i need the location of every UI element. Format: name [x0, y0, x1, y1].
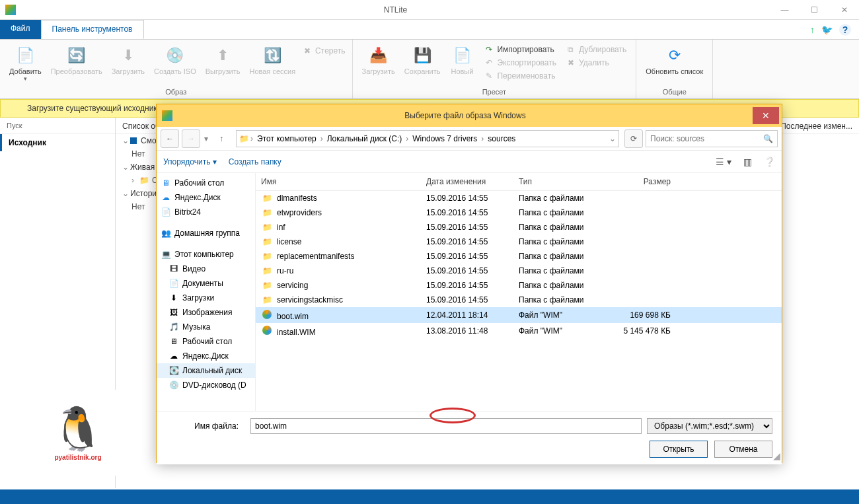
iso-icon: 💿	[165, 45, 186, 66]
download-icon: ⬇	[168, 293, 179, 303]
help-icon[interactable]: ?	[839, 24, 851, 36]
refresh-button[interactable]: ⟳ Обновить список	[642, 42, 707, 78]
nav-tree[interactable]: 🖥Рабочий стол ☁Яндекс.Диск 📄Bitrix24 👥До…	[157, 173, 256, 411]
preview-pane-button[interactable]: ▥	[743, 157, 752, 167]
file-row[interactable]: 📁inf15.09.2016 14:55Папка с файлами	[256, 220, 782, 234]
preset-load-button[interactable]: 📥 Загрузить	[358, 42, 399, 78]
nav-homegroup[interactable]: 👥Домашняя группа	[157, 226, 255, 240]
nav-pictures[interactable]: 🖼Изображения	[157, 305, 255, 320]
tab-file[interactable]: Файл	[0, 20, 41, 39]
upgrade-icon[interactable]: ↑	[810, 24, 815, 35]
folder-icon: 📁	[261, 251, 273, 262]
cancel-button[interactable]: Отмена	[714, 441, 772, 458]
file-date: 15.09.2016 14:55	[426, 252, 519, 261]
minimize-button[interactable]: —	[770, 0, 800, 20]
add-button[interactable]: 📄 Добавить ▾	[5, 42, 46, 85]
help-button[interactable]: ❔	[764, 157, 775, 167]
file-type: Папка с файлами	[519, 223, 605, 232]
col-size[interactable]: Размер	[605, 177, 671, 186]
file-row[interactable]: boot.wim12.04.2011 18:14Файл "WIM"169 69…	[256, 307, 782, 323]
nav-yandex2[interactable]: ☁Яндекс.Диск	[157, 349, 255, 363]
dialog-close-button[interactable]: ✕	[753, 107, 779, 124]
nav-up-button[interactable]: ↑	[212, 129, 231, 148]
erase-button[interactable]: ✖ Стереть	[301, 45, 346, 57]
nav-downloads[interactable]: ⬇Загрузки	[157, 291, 255, 305]
resize-grip[interactable]: ◢	[773, 450, 780, 461]
create-iso-button[interactable]: 💿 Создать ISO	[150, 42, 200, 78]
nav-music[interactable]: 🎵Музыка	[157, 320, 255, 334]
doc-icon: 📄	[168, 278, 179, 289]
file-name: inf	[277, 223, 285, 232]
nav-bitrix[interactable]: 📄Bitrix24	[157, 205, 255, 219]
search-icon: 🔍	[763, 134, 773, 143]
file-date: 15.09.2016 14:55	[426, 266, 519, 275]
duplicate-icon: ⧉	[566, 44, 576, 55]
add-icon: 📄	[15, 45, 36, 66]
filename-input[interactable]	[250, 418, 642, 434]
delete-button[interactable]: ✖Удалить	[564, 57, 628, 69]
unload-button[interactable]: ⬆ Выгрузить	[202, 42, 244, 78]
file-list[interactable]: Имя Дата изменения Тип Размер 📁dlmanifes…	[256, 173, 782, 411]
file-size: 5 145 478 КБ	[605, 326, 671, 336]
file-row[interactable]: 📁etwproviders15.09.2016 14:55Папка с фай…	[256, 205, 782, 220]
nav-local-disk[interactable]: 💽Локальный диск	[157, 363, 255, 378]
filter-select[interactable]: Образы (*.wim;*.esd;*.swm)	[647, 418, 772, 434]
file-date: 15.09.2016 14:55	[426, 237, 519, 246]
col-name[interactable]: Имя	[261, 177, 426, 186]
preset-load-icon: 📥	[368, 45, 389, 66]
twitter-icon[interactable]: 🐦	[821, 24, 833, 35]
new-session-button[interactable]: 🔃 Новая сессия	[245, 42, 299, 78]
folder-icon: 📁	[261, 207, 273, 218]
open-button[interactable]: Открыть	[650, 441, 708, 458]
export-button[interactable]: ↶Экспортировать	[482, 57, 558, 69]
maximize-button[interactable]: ☐	[800, 0, 829, 20]
file-type: Папка с файлами	[519, 208, 605, 217]
preset-new-button[interactable]: 📄 Новый	[445, 42, 478, 78]
col-type[interactable]: Тип	[519, 177, 605, 186]
search-box[interactable]: 🔍	[646, 130, 778, 147]
breadcrumb-1[interactable]: Локальный диск (C:)	[324, 133, 405, 145]
new-folder-button[interactable]: Создать папку	[229, 157, 281, 166]
file-row[interactable]: install.WIM13.08.2016 11:48Файл "WIM"5 1…	[256, 323, 782, 339]
col-date[interactable]: Дата изменения	[426, 177, 519, 186]
nav-desktop[interactable]: 🖥Рабочий стол	[157, 176, 255, 190]
nav-documents[interactable]: 📄Документы	[157, 276, 255, 291]
music-icon: 🎵	[168, 322, 179, 332]
preset-save-button[interactable]: 💾 Сохранить	[400, 42, 445, 78]
nav-refresh-button[interactable]: ⟳	[624, 129, 643, 148]
file-row[interactable]: 📁servicingstackmisc15.09.2016 14:55Папка…	[256, 293, 782, 307]
desktop-icon: 🖥	[161, 178, 171, 188]
tab-toolbar[interactable]: Панель инструментов	[41, 20, 144, 39]
load-button[interactable]: ⬇ Загрузить	[108, 42, 149, 78]
organize-button[interactable]: Упорядочить ▾	[163, 157, 217, 166]
dialog-footer: Имя файла: Образы (*.wim;*.esd;*.swm) От…	[157, 411, 782, 464]
rename-button[interactable]: ✎Переименовать	[482, 70, 558, 82]
file-row[interactable]: 📁ru-ru15.09.2016 14:55Папка с файлами	[256, 264, 782, 278]
breadcrumb[interactable]: 📁 › Этот компьютер› Локальный диск (C:)›…	[236, 130, 619, 147]
import-button[interactable]: ↷Импортировать	[482, 44, 558, 55]
nav-this-pc[interactable]: 💻Этот компьютер	[157, 247, 255, 262]
search-input[interactable]	[650, 134, 763, 143]
preset-save-icon: 💾	[412, 45, 433, 66]
app-icon: 📄	[161, 207, 171, 217]
breadcrumb-0[interactable]: Этот компьютер	[254, 133, 319, 145]
file-row[interactable]: 📁license15.09.2016 14:55Папка с файлами	[256, 234, 782, 249]
close-button[interactable]: ✕	[829, 0, 859, 20]
nav-back-button[interactable]: ←	[161, 129, 179, 148]
breadcrumb-3[interactable]: sources	[485, 133, 518, 145]
refresh-icon: ⟳	[664, 45, 685, 66]
breadcrumb-2[interactable]: Windows 7 drivers	[410, 133, 480, 145]
convert-button[interactable]: 🔄 Преобразовать	[47, 42, 106, 78]
nav-yandex[interactable]: ☁Яндекс.Диск	[157, 190, 255, 205]
nav-desktop2[interactable]: 🖥Рабочий стол	[157, 334, 255, 349]
nav-dvd[interactable]: 💿DVD-дисковод (D	[157, 378, 255, 392]
file-row[interactable]: 📁replacementmanifests15.09.2016 14:55Пап…	[256, 249, 782, 264]
nav-forward-button[interactable]: →	[182, 129, 200, 148]
view-options-button[interactable]: ☰ ▾	[716, 157, 731, 167]
file-row[interactable]: 📁servicing15.09.2016 14:55Папка с файлам…	[256, 278, 782, 293]
nav-videos[interactable]: 🎞Видео	[157, 262, 255, 276]
side-item-source[interactable]: Исходник	[0, 134, 115, 151]
file-row[interactable]: 📁dlmanifests15.09.2016 14:55Папка с файл…	[256, 191, 782, 205]
duplicate-button[interactable]: ⧉Дублировать	[564, 44, 628, 55]
folder-icon: 📁	[261, 222, 273, 233]
